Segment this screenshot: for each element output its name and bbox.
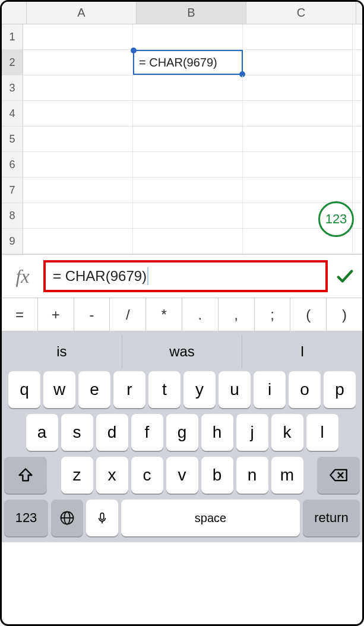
key-v[interactable]: v	[166, 457, 198, 494]
confirm-button[interactable]	[328, 266, 362, 286]
key-t[interactable]: t	[148, 371, 181, 408]
key-z[interactable]: z	[61, 457, 93, 494]
key-d[interactable]: d	[96, 414, 128, 451]
cell-c7[interactable]	[243, 178, 353, 203]
op-semicolon[interactable]: ;	[255, 298, 291, 331]
op-plus[interactable]: +	[38, 298, 74, 331]
row-header-9[interactable]: 9	[2, 229, 23, 254]
space-key[interactable]: space	[121, 499, 300, 536]
cell-a9[interactable]	[23, 229, 133, 254]
row-header-6[interactable]: 6	[2, 152, 23, 177]
key-i[interactable]: i	[254, 371, 286, 408]
suggestion-3[interactable]: I	[242, 335, 362, 368]
numeric-keypad-toggle[interactable]: 123	[318, 201, 354, 237]
key-r[interactable]: r	[113, 371, 145, 408]
key-p[interactable]: p	[324, 371, 356, 408]
cell-b2-selected[interactable]: = CHAR(9679)	[133, 50, 243, 75]
row-header-3[interactable]: 3	[2, 75, 23, 100]
key-h[interactable]: h	[201, 414, 233, 451]
key-j[interactable]: j	[236, 414, 268, 451]
return-key[interactable]: return	[303, 499, 360, 536]
cell-a2[interactable]	[23, 50, 133, 75]
key-a[interactable]: a	[26, 414, 58, 451]
key-x[interactable]: x	[96, 457, 128, 494]
key-u[interactable]: u	[219, 371, 251, 408]
col-header-c[interactable]: C	[246, 2, 356, 24]
cell-b3[interactable]	[133, 75, 243, 100]
corner-cell[interactable]	[2, 2, 27, 24]
cell-b4[interactable]	[133, 101, 243, 126]
row-8: 8	[2, 203, 362, 229]
cell-b8[interactable]	[133, 203, 243, 228]
key-e[interactable]: e	[78, 371, 110, 408]
op-paren-close[interactable]: )	[327, 298, 362, 331]
cell-c3[interactable]	[243, 75, 353, 100]
cell-a7[interactable]	[23, 178, 133, 203]
cell-b5[interactable]	[133, 127, 243, 151]
key-n[interactable]: n	[236, 457, 268, 494]
col-header-edge	[356, 2, 362, 24]
key-g[interactable]: g	[166, 414, 198, 451]
key-o[interactable]: o	[289, 371, 321, 408]
cell-a1[interactable]	[23, 24, 133, 49]
cell-a3[interactable]	[23, 75, 133, 100]
cell-b6[interactable]	[133, 152, 243, 177]
row-6: 6	[2, 152, 362, 178]
key-f[interactable]: f	[131, 414, 163, 451]
cell-c6[interactable]	[243, 152, 353, 177]
col-header-a[interactable]: A	[27, 2, 137, 24]
row-header-4[interactable]: 4	[2, 101, 23, 126]
op-equals[interactable]: =	[2, 298, 38, 331]
cell-c5[interactable]	[243, 127, 353, 151]
key-m[interactable]: m	[271, 457, 303, 494]
row-header-2[interactable]: 2	[2, 50, 23, 75]
backspace-key[interactable]	[317, 457, 360, 494]
globe-key[interactable]	[51, 499, 83, 536]
key-y[interactable]: y	[183, 371, 216, 408]
cell-b1[interactable]	[133, 24, 243, 49]
suggestion-2[interactable]: was	[122, 335, 242, 368]
cell-c4[interactable]	[243, 101, 353, 126]
row-header-7[interactable]: 7	[2, 178, 23, 203]
key-row-4: 123 space return	[2, 497, 362, 542]
cell-a8[interactable]	[23, 203, 133, 228]
key-s[interactable]: s	[61, 414, 93, 451]
shift-key[interactable]	[4, 457, 47, 494]
cell-b2-value: = CHAR(9679)	[139, 56, 217, 69]
cell-b9[interactable]	[133, 229, 243, 254]
cell-c2[interactable]	[243, 50, 353, 75]
fx-icon[interactable]: fx	[2, 265, 43, 287]
row-2: 2 = CHAR(9679)	[2, 50, 362, 75]
op-comma[interactable]: ,	[219, 298, 255, 331]
key-w[interactable]: w	[43, 371, 75, 408]
op-dot[interactable]: .	[182, 298, 219, 331]
key-k[interactable]: k	[271, 414, 303, 451]
microphone-icon	[96, 510, 109, 526]
mic-key[interactable]	[86, 499, 118, 536]
op-paren-open[interactable]: (	[290, 298, 327, 331]
op-minus[interactable]: -	[74, 298, 110, 331]
selection-handle-top-left[interactable]	[131, 48, 137, 53]
row-header-8[interactable]: 8	[2, 203, 23, 228]
numbers-key[interactable]: 123	[4, 499, 48, 536]
col-header-b[interactable]: B	[137, 2, 246, 24]
cell-a4[interactable]	[23, 101, 133, 126]
row-header-1[interactable]: 1	[2, 24, 23, 49]
key-q[interactable]: q	[8, 371, 40, 408]
key-row-3: z x c v b n m	[2, 454, 362, 497]
op-star[interactable]: *	[146, 298, 182, 331]
cell-a6[interactable]	[23, 152, 133, 177]
key-row-1: q w e r t y u i o p	[2, 368, 362, 411]
formula-bar: fx = CHAR(9679)	[2, 254, 362, 298]
cell-b7[interactable]	[133, 178, 243, 203]
suggestion-row: is was I	[2, 335, 362, 368]
formula-input[interactable]: = CHAR(9679)	[43, 260, 328, 292]
row-header-5[interactable]: 5	[2, 127, 23, 151]
key-b[interactable]: b	[201, 457, 233, 494]
cell-a5[interactable]	[23, 127, 133, 151]
op-slash[interactable]: /	[110, 298, 146, 331]
key-l[interactable]: l	[306, 414, 338, 451]
key-c[interactable]: c	[131, 457, 163, 494]
suggestion-1[interactable]: is	[2, 335, 122, 368]
cell-c1[interactable]	[243, 24, 353, 49]
